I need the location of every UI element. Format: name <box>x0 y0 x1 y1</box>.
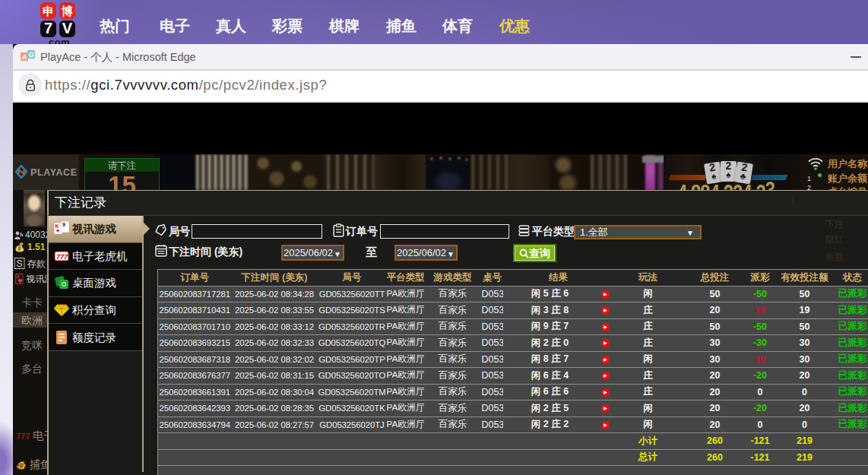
svg-text:777: 777 <box>56 252 68 260</box>
svg-text:♥: ♥ <box>56 228 59 233</box>
svg-text:9: 9 <box>62 222 65 227</box>
